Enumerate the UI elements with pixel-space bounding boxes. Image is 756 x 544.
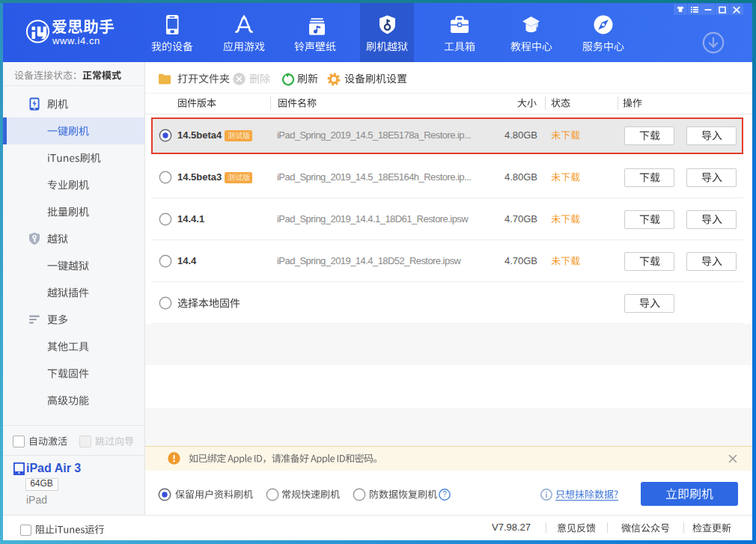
svg-text:?: ? [442,490,447,498]
